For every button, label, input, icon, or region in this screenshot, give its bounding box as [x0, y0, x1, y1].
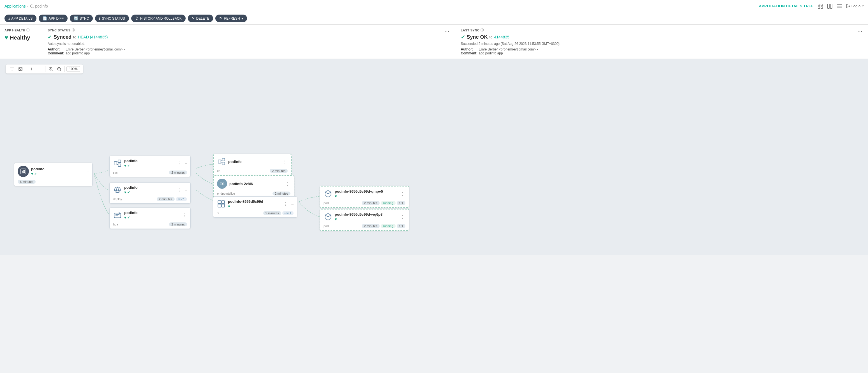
synced-check-icon: ✔: [48, 34, 52, 40]
pod1-node-menu[interactable]: ⋮: [400, 191, 405, 196]
zoom-in-button[interactable]: [28, 66, 35, 72]
pod1-count-tag: 1/1: [397, 201, 405, 205]
image-button[interactable]: [17, 66, 24, 72]
svc-node-icon: [113, 159, 122, 168]
root-node-footer: 6 minutes: [14, 179, 92, 186]
rs-node-tags: 2 minutes rev:1: [263, 211, 293, 215]
filter-icon: [10, 67, 14, 71]
sync-status-icon: ℹ: [99, 16, 100, 21]
ep-node-info: podinfo: [228, 160, 280, 164]
pod2-node-footer: pod 2 minutes running 1/1: [320, 223, 409, 230]
rs-dash: –: [291, 201, 293, 206]
ep-node-header: podinfo ⋮: [214, 154, 291, 168]
info-icon: ℹ: [8, 16, 10, 21]
pod2-node-menu[interactable]: ⋮: [400, 214, 405, 220]
root-node-name: podinfo: [31, 167, 76, 171]
last-sync-menu[interactable]: ⋯: [857, 28, 862, 34]
deploy-node-tags: 2 minutes rev:1: [157, 197, 187, 201]
svg-rect-31: [24, 172, 25, 173]
deploy-node[interactable]: podinfo ♥ ✔ ⋮ – deploy 2 minutes rev:1: [109, 182, 191, 204]
ep-node-tags: 2 minutes: [270, 169, 288, 173]
delete-button[interactable]: ✕ DELETE: [188, 14, 213, 22]
hpa-node-icon: [113, 211, 122, 220]
synced-status-text: Synced: [54, 34, 71, 40]
hpa-node-header: podinfo ♥ ✔ ⋮: [110, 208, 190, 221]
ep-node[interactable]: podinfo ⋮ ep 2 minutes: [213, 154, 291, 176]
graph-toolbar: 100%: [6, 64, 83, 73]
deploy-node-name: podinfo: [124, 185, 174, 190]
hpa-check-icon: ✔: [127, 216, 130, 220]
svg-rect-47: [221, 200, 224, 204]
list-view-icon[interactable]: [836, 3, 842, 9]
last-sync-commit-link[interactable]: 4144835: [494, 35, 509, 39]
svc-node-header: podinfo ♥ ✔ ⋮ –: [110, 156, 190, 169]
svg-rect-46: [218, 200, 221, 204]
app-details-button[interactable]: ℹ APP DETAILS: [4, 14, 36, 22]
svg-rect-28: [22, 170, 23, 171]
deploy-node-menu[interactable]: ⋮: [176, 187, 182, 193]
sync-status-menu[interactable]: ⋯: [444, 28, 450, 34]
pod1-node-info: podinfo-8656d5c99d-qmpv5 ♥: [335, 189, 398, 198]
filter-button[interactable]: [8, 66, 16, 72]
svc-node-footer: svc 2 minutes: [110, 169, 190, 177]
app-diff-button[interactable]: 📄 APP DIFF: [39, 14, 68, 22]
zoom-out-button[interactable]: [36, 66, 43, 72]
image-icon: [18, 67, 23, 71]
svg-rect-38: [114, 213, 121, 218]
pod1-type-label: pod: [323, 201, 329, 205]
ep-node-menu[interactable]: ⋮: [282, 159, 288, 164]
hpa-node[interactable]: podinfo ♥ ✔ ⋮ hpa 2 minutes: [109, 208, 191, 229]
app-health-label: APP HEALTH ⓘ: [4, 28, 37, 32]
rs-node-header: podinfo-8656d5c99d ♥ ⋮ –: [213, 196, 297, 210]
endpointslice-node-tags: 2 minutes: [273, 191, 290, 195]
rs-node-menu[interactable]: ⋮: [283, 201, 288, 207]
last-sync-succeeded: Succeeded 2 minutes ago (Sat Aug 26 2023…: [461, 42, 560, 46]
sync-author-row: Author: Emre Berber <brbr.emre@gmail.com…: [48, 48, 125, 51]
endpointslice-node-menu[interactable]: ⋮: [285, 181, 290, 187]
pod1-node-footer: pod 2 minutes running 1/1: [320, 200, 409, 207]
deploy-time-tag: 2 minutes: [157, 197, 175, 201]
root-node[interactable]: podinfo ♥ ✔ ⋮ – 6 minutes: [14, 163, 93, 186]
hpa-node-name: podinfo: [124, 211, 179, 215]
svg-line-21: [52, 70, 53, 71]
top-nav: Applications / podinfo APPLICATION DETAI…: [0, 0, 868, 12]
search-wrap: podinfo: [30, 4, 48, 8]
graph-area: 100% podinfo: [0, 59, 868, 255]
toolbar-divider-2: [45, 66, 45, 72]
deploy-dash: –: [185, 188, 187, 192]
rs-node[interactable]: podinfo-8656d5c99d ♥ ⋮ – rs 2 minutes re…: [213, 196, 297, 218]
last-sync-to-label: to: [490, 35, 493, 39]
search-query: podinfo: [35, 4, 48, 8]
root-check-icon: ✔: [34, 172, 37, 176]
history-button[interactable]: ⏱ HISTORY AND ROLLBACK: [131, 14, 186, 22]
pod1-node[interactable]: podinfo-8656d5c99d-qmpv5 ♥ ⋮ pod 2 minut…: [320, 186, 409, 208]
head-ref-link[interactable]: HEAD (4144835): [78, 35, 108, 39]
author-value: Emre Berber <brbr.emre@gmail.com> -: [66, 48, 125, 51]
zoom-fit-button[interactable]: [47, 66, 54, 72]
grid-view-icon[interactable]: [827, 3, 833, 9]
hpa-node-menu[interactable]: ⋮: [181, 213, 187, 218]
svc-node[interactable]: podinfo ♥ ✔ ⋮ – svc 2 minutes: [109, 156, 191, 177]
breadcrumb: Applications / podinfo: [4, 4, 48, 8]
endpointslice-node[interactable]: ES podinfo-2z8l6 ⋮ endpointslice 2 minut…: [213, 175, 294, 198]
svg-rect-27: [21, 169, 26, 174]
sync-ok-check-icon: ✔: [461, 34, 465, 40]
zoom-reset-button[interactable]: [56, 66, 63, 72]
svc-node-menu[interactable]: ⋮: [176, 161, 182, 166]
tree-view-icon[interactable]: [817, 3, 824, 9]
root-time-tag: 6 minutes: [18, 180, 36, 184]
svg-rect-33: [118, 160, 121, 162]
pod1-node-header: podinfo-8656d5c99d-qmpv5 ♥ ⋮: [320, 187, 409, 200]
comment-value: add podinfo app: [66, 51, 90, 55]
logout-button[interactable]: Log out: [846, 4, 864, 8]
sync-button[interactable]: 🔄 SYNC: [70, 14, 93, 22]
svc-dash: –: [185, 161, 187, 165]
pod2-node[interactable]: podinfo-8656d5c99d-wq6p8 ♥ ⋮ pod 2 minut…: [320, 209, 409, 231]
sync-status-button[interactable]: ℹ SYNC STATUS: [95, 14, 129, 22]
endpointslice-node-icon: ES: [217, 179, 227, 189]
root-node-menu[interactable]: ⋮: [78, 169, 84, 174]
applications-link[interactable]: Applications: [4, 4, 26, 8]
refresh-button[interactable]: ↻ REFRESH ▾: [215, 14, 247, 22]
rs-node-icon: [217, 199, 226, 208]
svc-node-tags: 2 minutes: [169, 170, 187, 175]
